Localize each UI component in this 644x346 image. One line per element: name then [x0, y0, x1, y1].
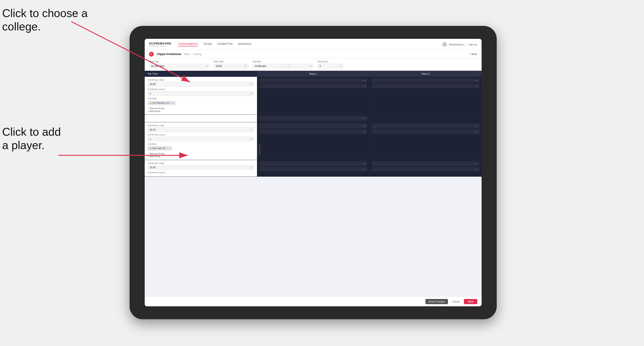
- chevron-down-icon: ▾: [206, 65, 208, 67]
- team2-cell-2: ✕ ▾ ✕ ▾: [369, 122, 482, 160]
- nav-link-committee[interactable]: COMMITTEE: [217, 42, 233, 46]
- tablet-frame: SCOREBOARD Powered by clippd TOURNAMENTS…: [130, 26, 497, 319]
- course-tag-1: ⛳ (A) Peachtree GC ✕ ▾: [148, 101, 176, 105]
- group-size-select[interactable]: 3 ▾: [318, 64, 344, 68]
- player-row: ✕ ▾: [372, 84, 480, 88]
- nav-links: TOURNAMENTS TEAMS COMMITTEE RANKINGS: [178, 42, 442, 46]
- remove-player-icon[interactable]: ✕: [362, 117, 364, 120]
- tablet-side-button: [259, 145, 260, 155]
- remove-player-icon[interactable]: ✕: [362, 163, 364, 165]
- hosting-badge: Hosting: [193, 53, 201, 55]
- controls-row: Start Type 1st Tee Start ▾ Start Time 10…: [145, 58, 482, 71]
- player-row: ✕ ▾: [259, 84, 367, 88]
- remove-player-icon[interactable]: ✕: [362, 125, 364, 127]
- team1-course-cell-1: ✕ ▾: [257, 115, 369, 122]
- remove-player-icon[interactable]: ✕: [362, 79, 364, 82]
- expand-player-icon[interactable]: ▾: [365, 130, 366, 133]
- start-time-select[interactable]: 10:00 ⏱: [214, 64, 248, 68]
- chevron-down-icon[interactable]: ▾: [169, 147, 170, 150]
- remove-player-icon[interactable]: ✕: [474, 130, 476, 133]
- nav-link-tournaments[interactable]: TOURNAMENTS: [178, 42, 198, 46]
- group-size-label: Group Size: [318, 60, 344, 63]
- course-icon: ⛳: [149, 102, 152, 104]
- starting-hole-input-1[interactable]: 1 ▾: [148, 91, 254, 96]
- chevron-down-icon: ▾: [340, 65, 342, 67]
- schedule-row: STARTING TIME: 10:20 ⏱ STARTING HOLE: ✕ …: [145, 160, 482, 177]
- add-icon: +: [148, 110, 149, 112]
- team2-cell-1: ✕ ▾ ✕ ▾: [369, 77, 482, 115]
- remove-group-btn-2[interactable]: ○ Remove Group: [148, 153, 254, 155]
- expand-player-icon[interactable]: ▾: [477, 168, 478, 171]
- clock-icon: ⏱: [250, 128, 252, 131]
- expand-player-icon[interactable]: ▾: [477, 125, 478, 127]
- tee-time-cell-3: STARTING TIME: 10:20 ⏱ STARTING HOLE:: [145, 160, 257, 176]
- remove-group-btn-1[interactable]: ○ Remove Group: [148, 107, 254, 110]
- remove-player-icon[interactable]: ✕: [362, 85, 364, 87]
- back-button[interactable]: Back: [469, 53, 477, 56]
- player-row: ✕ ▾: [259, 129, 367, 134]
- remove-player-icon[interactable]: ✕: [474, 168, 476, 171]
- remove-course-icon[interactable]: ✕: [167, 147, 168, 150]
- remove-player-icon[interactable]: ✕: [474, 79, 476, 82]
- remove-player-icon[interactable]: ✕: [474, 125, 476, 127]
- starting-time-input-2[interactable]: 10:10 ⏱: [148, 127, 254, 132]
- add-group-btn-2[interactable]: + Add Group: [148, 155, 254, 158]
- clock-icon: ⏱: [244, 65, 246, 67]
- intervals-control: Intervals 10 Minutes ℹ ▾: [253, 60, 313, 68]
- team1-cell-1: ✕ ▾ ✕ ▾: [257, 77, 369, 115]
- course-row-1: ✕ ▾: [145, 115, 482, 122]
- info-icon: ℹ: [288, 65, 288, 67]
- player-row: ✕ ▾: [259, 116, 367, 121]
- expand-player-icon[interactable]: ▾: [477, 163, 478, 165]
- start-type-select[interactable]: 1st Tee Start ▾: [149, 64, 210, 68]
- player-row: ✕ ▾: [259, 124, 367, 128]
- start-time-control: Start Time 10:00 ⏱: [214, 60, 248, 68]
- expand-player-icon[interactable]: ▾: [365, 79, 366, 82]
- remove-player-icon[interactable]: ✕: [362, 168, 364, 171]
- course-icon: ⛳: [149, 147, 152, 150]
- chevron-down-icon[interactable]: ▾: [173, 102, 174, 104]
- player-row: ✕ ▾: [372, 167, 480, 172]
- team1-cell-3: ✕ ▾ ✕ ▾: [257, 160, 369, 176]
- intervals-label: Intervals: [253, 60, 313, 63]
- main-content: Tee Time Team 1 Team 2 STARTING TIME: 10…: [145, 71, 482, 296]
- team1-cell-2: ✕ ▾ ✕ ▾: [257, 122, 369, 160]
- annotation-add-player: Click to add a player.: [2, 125, 61, 152]
- expand-player-icon[interactable]: ▾: [365, 125, 366, 127]
- player-row: ✕ ▾: [259, 78, 367, 83]
- tee-time-header: Tee Time: [145, 71, 257, 77]
- course-tag-2: ⛳ East Lake GC ✕ ▾: [148, 146, 172, 150]
- expand-player-icon[interactable]: ▾: [477, 79, 478, 82]
- save-button[interactable]: Save: [464, 299, 477, 304]
- tee-time-cell-1: STARTING TIME: 10:00 ⏱ STARTING HOLE: 1 …: [145, 77, 257, 115]
- start-type-label: Start Type: [149, 60, 210, 63]
- remove-player-icon[interactable]: ✕: [474, 163, 476, 165]
- expand-player-icon[interactable]: ▾: [477, 85, 478, 87]
- remove-course-icon[interactable]: ✕: [170, 102, 172, 104]
- app-logo: SCOREBOARD Powered by clippd: [149, 42, 172, 47]
- starting-time-input-3[interactable]: 10:20 ⏱: [148, 165, 254, 170]
- remove-player-icon[interactable]: ✕: [362, 130, 364, 133]
- add-icon: +: [148, 155, 149, 158]
- remove-player-icon[interactable]: ✕: [474, 85, 476, 87]
- avatar: [442, 42, 447, 47]
- cancel-button[interactable]: Cancel: [450, 299, 462, 304]
- start-time-label: Start Time: [214, 60, 248, 63]
- nav-link-teams[interactable]: TEAMS: [203, 42, 212, 46]
- expand-player-icon[interactable]: ▾: [365, 163, 366, 165]
- intervals-select[interactable]: 10 Minutes ℹ ▾: [253, 64, 313, 68]
- starting-time-input-1[interactable]: 10:00 ⏱: [148, 82, 254, 86]
- expand-player-icon[interactable]: ▾: [365, 117, 366, 120]
- sign-out-link[interactable]: Sign out: [469, 43, 477, 46]
- add-group-btn-1[interactable]: + Add Group: [148, 110, 254, 112]
- schedule-row: STARTING TIME: 10:10 ⏱ STARTING HOLE: 1 …: [145, 122, 482, 160]
- expand-player-icon[interactable]: ▾: [477, 130, 478, 133]
- expand-player-icon[interactable]: ▾: [365, 168, 366, 171]
- player-row: ✕ ▾: [259, 161, 367, 166]
- expand-player-icon[interactable]: ▾: [365, 85, 366, 87]
- reset-changes-button[interactable]: Reset Changes: [426, 299, 448, 304]
- nav-link-rankings[interactable]: RANKINGS: [238, 42, 252, 46]
- player-row: ✕ ▾: [372, 161, 480, 166]
- starting-hole-input-2[interactable]: 1 ▾: [148, 137, 254, 141]
- footer-bar: Reset Changes Cancel Save: [145, 296, 482, 306]
